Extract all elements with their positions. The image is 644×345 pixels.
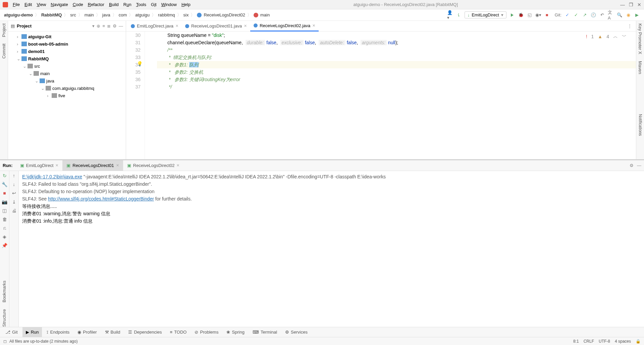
bottom-tab-build[interactable]: ⚒Build [102,327,124,337]
user-icon[interactable]: 👤▾ [447,12,453,18]
up-icon[interactable]: ↑ [13,173,15,178]
soft-wrap-icon[interactable]: ↩ [12,190,16,196]
tree-row[interactable]: ›five [8,92,126,99]
tree-row[interactable]: ⌄RabbitMQ [8,55,126,62]
editor-tab[interactable]: ReceiveLogsDirect01.java✕ [182,21,250,32]
search-icon[interactable]: 🔍 [616,12,623,18]
readonly-icon[interactable]: 🔒 [636,339,641,344]
print-icon[interactable]: 🖨 [12,208,16,213]
java-exe-link[interactable]: E:\jdk\jdk-17.0.2\bin\java.exe [22,174,82,179]
tree-row[interactable]: ⌄main [8,70,126,77]
bc-project[interactable]: atguigu-demo [4,12,33,17]
hide-icon[interactable]: — [119,23,123,28]
down-icon[interactable]: ↓ [13,182,15,187]
bc-main[interactable]: main [85,12,94,17]
run-button[interactable] [509,12,515,18]
bc-module[interactable]: RabbitMQ [41,12,62,17]
close-icon[interactable]: ✕ [244,24,247,28]
stripe-project[interactable]: Project [1,23,6,37]
wrench-icon[interactable]: 🔧 [2,182,7,187]
stop-icon[interactable]: ■ [3,190,6,196]
line-separator[interactable]: CRLF [584,339,594,344]
rollback-icon[interactable]: ↶ [599,12,605,18]
commit-icon[interactable]: ✓ [573,12,579,18]
bottom-tab-profiler[interactable]: ◉Profiler [74,327,100,337]
bc-method[interactable]: main [260,12,270,17]
bc-com[interactable]: com [119,12,127,17]
stripe-notifications[interactable]: Notifications [638,114,643,136]
bottom-tab-terminal[interactable]: ⌨Terminal [249,327,280,337]
bc-java[interactable]: java [102,12,110,17]
chevron-down-icon[interactable]: ﹀ [622,34,627,40]
menu-window[interactable]: Window [161,2,177,7]
bottom-tab-todo[interactable]: ≡TODO [167,327,190,337]
menu-code[interactable]: Code [73,2,83,7]
menu-navigate[interactable]: Navigate [51,2,68,7]
history-icon[interactable]: 🕘 [590,12,596,18]
status-tool-window-icon[interactable]: ◻ [3,339,7,344]
tree-row[interactable]: ⌄src [8,62,126,70]
stripe-bookmarks[interactable]: Bookmarks [2,281,7,302]
push-icon[interactable]: ↗ [582,12,588,18]
intention-bulb-icon[interactable]: 💡 [137,61,143,66]
file-encoding[interactable]: UTF-8 [599,339,610,344]
stripe-structure[interactable]: Structure [2,309,7,327]
bottom-tab-run[interactable]: ▶Run [22,327,42,337]
stripe-maven[interactable]: Maven [638,61,643,74]
update-project-icon[interactable]: ✓ [564,12,570,18]
project-dropdown[interactable]: ▾ [92,23,95,28]
camera-icon[interactable]: 📷 [2,199,7,205]
console[interactable]: E:\jdk\jdk-17.0.2\bin\java.exe "-javaage… [19,171,644,327]
coverage-button[interactable]: ◱ [527,12,533,18]
tree-row[interactable]: ›atguigu-Git [8,33,126,40]
close-button[interactable]: ✕ [637,2,641,7]
pin-icon[interactable]: 📌 [2,243,7,248]
cursor-position[interactable]: 8:1 [573,339,579,344]
stripe-key-promoter[interactable]: Key Promoter X [638,23,643,54]
tree-row[interactable]: ⌄com.atguigu.rabbitmq [8,84,126,92]
bc-atguigu[interactable]: atguigu [135,12,150,17]
bottom-tab-endpoints[interactable]: ⟟Endpoints [43,327,73,337]
editor-tab[interactable]: EmitLogDirect.java✕ [127,21,182,32]
menu-run[interactable]: Run [123,2,131,7]
run-hide-icon[interactable]: — [637,163,641,168]
slf4j-link[interactable]: http://www.slf4j.org/codes.html#StaticLo… [48,196,154,202]
code-body[interactable]: !1 ▲4 ︿ ﹀ 3031323334353637 💡 String queu… [126,32,636,159]
build-icon[interactable]: ⤹ [456,12,462,18]
editor-inspections[interactable]: !1 ▲4 ︿ ﹀ [586,34,627,40]
bottom-tab-spring[interactable]: ❀Spring [223,327,248,337]
menu-git[interactable]: Git [151,2,157,7]
editor-tab[interactable]: ReceiveLogsDirect02.java✕ [250,21,319,32]
minimize-button[interactable]: — [620,2,625,7]
code-lines[interactable]: String queueName = "disk"; channel.queue… [153,32,636,159]
tree-row[interactable]: ⌄java [8,77,126,84]
stop-button[interactable]: ■ [544,12,550,18]
menu-build[interactable]: Build [109,2,119,7]
bottom-tab-dependencies[interactable]: ☰Dependencies [125,327,165,337]
bc-src[interactable]: src [70,12,76,17]
tree-row[interactable]: ›demo01 [8,48,126,55]
bottom-tab-git[interactable]: ⎇Git [2,327,21,337]
menu-tools[interactable]: Tools [136,2,146,7]
layout-icon[interactable]: ◫ [2,208,7,213]
bookmark-icon[interactable]: ◈ [3,234,6,239]
rerun-icon[interactable]: ↻ [3,173,7,178]
run-tab[interactable]: ▣ReceiveLogsDirect01✕ [62,160,123,171]
close-icon[interactable]: ✕ [312,23,315,28]
jump-icon[interactable]: ◉ [625,12,631,18]
close-icon[interactable]: ✕ [175,24,178,28]
bc-six[interactable]: six [183,12,189,17]
debug-button[interactable]: 🐞 [518,12,524,18]
trash-icon[interactable]: 🗑 [2,217,7,222]
select-opened-file-icon[interactable]: ⊕ [97,23,100,28]
project-tree[interactable]: ›atguigu-Git›boot-web-05-admin›demo01⌄Ra… [8,32,126,159]
bottom-tab-services[interactable]: ⚙Services [282,327,311,337]
collapse-all-icon[interactable]: ≣ [107,23,111,28]
profile-button[interactable]: ◉▾ [535,12,541,18]
bottom-tab-problems[interactable]: ⊘Problems [191,327,222,337]
run-settings-icon[interactable]: ⚙ [630,163,634,168]
settings-icon[interactable]: ⚙ [113,23,117,28]
bc-class[interactable]: ReceiveLogsDirect02 [204,12,245,17]
menu-help[interactable]: Help [181,2,191,7]
ide-scripting-icon[interactable]: ▶ [634,12,640,18]
